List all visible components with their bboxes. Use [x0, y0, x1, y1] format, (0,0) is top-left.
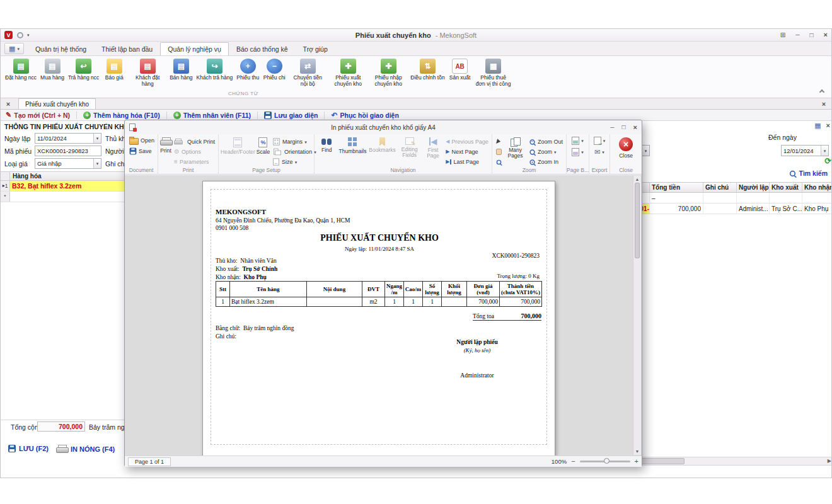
thumbnails-button[interactable]: Thumbnails — [338, 136, 367, 154]
dropdown-caret[interactable] — [642, 146, 649, 156]
scale-button[interactable]: Scale — [257, 136, 270, 155]
quick-access-caret-icon[interactable] — [27, 33, 30, 37]
last-page-button[interactable]: Last Page — [444, 158, 490, 166]
panel-close-icon[interactable] — [826, 122, 830, 129]
ribbon-ban-hang[interactable]: Bán hàng — [168, 58, 194, 82]
column-header-nguoi-lap[interactable]: Người lập — [737, 183, 770, 192]
tab-close-right-icon[interactable] — [819, 99, 829, 109]
ribbon-phieu-chi[interactable]: Phiếu chi — [261, 58, 287, 82]
column-header-kho-nhan[interactable]: Kho nhận — [802, 183, 831, 192]
dialog-close-icon[interactable] — [633, 124, 637, 131]
quick-print-button[interactable]: Quick Print — [173, 137, 216, 146]
dropdown-caret[interactable] — [93, 159, 101, 168]
date-created-input[interactable]: 11/01/2024 — [35, 133, 101, 144]
ribbon-khach-tra-hang[interactable]: Khách trả hàng — [195, 58, 235, 82]
creator-cell[interactable]: Administ... — [737, 203, 770, 214]
ribbon-tra-hang-ncc[interactable]: Trả hàng ncc — [66, 58, 101, 82]
fullscreen-icon[interactable] — [780, 32, 785, 38]
tab-quan-tri-he-thong[interactable]: Quản trị hệ thống — [28, 42, 94, 55]
scroll-right-icon[interactable] — [828, 459, 831, 464]
zoom-button[interactable]: Zoom — [528, 147, 564, 156]
document-tab-active[interactable]: Phiếu xuất chuyển kho — [18, 98, 96, 109]
open-button[interactable]: Open — [128, 136, 156, 145]
ribbon-phieu-nhap-chuyen-kho[interactable]: Phiếu nhập chuyển kho — [368, 58, 408, 88]
save-document-button[interactable]: Save — [128, 147, 153, 156]
dest-warehouse-cell[interactable]: Kho Phụ — [802, 203, 831, 214]
voucher-code-input[interactable]: XCK00001-290823 — [35, 146, 101, 156]
note-cell[interactable] — [703, 203, 737, 214]
add-employee-button[interactable]: Thêm nhân viên (F11) — [173, 112, 251, 119]
next-page-button[interactable]: Next Page — [444, 147, 490, 156]
ribbon-phieu-thue-don-vi-thi-cong[interactable]: Phiếu thuê đơn vị thi công — [473, 58, 514, 88]
source-warehouse-cell[interactable]: Trụ Sở C... — [770, 203, 802, 214]
dialog-minimize-icon[interactable] — [610, 124, 614, 131]
ribbon-dieu-chinh-ton[interactable]: Điều chỉnh tồn — [408, 58, 446, 82]
panel-menu-icon[interactable] — [814, 122, 821, 129]
create-new-button[interactable]: Tạo mới (Ctrl + N) — [6, 112, 70, 119]
refresh-icon[interactable] — [824, 157, 831, 165]
tab-tro-giup[interactable]: Trợ giúp — [296, 42, 335, 55]
to-date-select[interactable]: 12/01/2024 — [781, 145, 829, 156]
zoom-in-control-icon[interactable]: + — [635, 458, 638, 465]
filter-row[interactable]: – — [635, 193, 831, 203]
column-header-kho-xuat[interactable]: Kho xuất — [770, 183, 802, 192]
total-cell[interactable]: 700,000 — [650, 203, 703, 214]
tab-thiet-lap-ban-dau[interactable]: Thiết lập ban đầu — [94, 42, 160, 55]
tab-quan-ly-nghiep-vu[interactable]: Quản lý nghiệp vụ — [160, 42, 229, 55]
ribbon-khach-dat-hang[interactable]: Khách đặt hàng — [127, 58, 168, 88]
preview-scrollbar[interactable] — [633, 176, 641, 455]
filter-cell[interactable]: – — [650, 193, 703, 203]
tab-bao-cao-thong-ke[interactable]: Báo cáo thống kê — [229, 42, 296, 55]
bookmarks-button[interactable]: Bookmarks — [369, 136, 396, 153]
margins-button[interactable]: Margins — [271, 137, 318, 146]
first-page-button[interactable]: First Page — [423, 136, 444, 159]
close-preview-button[interactable]: Close — [612, 136, 640, 159]
scroll-up-icon[interactable] — [635, 177, 640, 181]
quick-access-icon[interactable] — [17, 32, 23, 38]
zoom-out-button[interactable]: Zoom Out — [528, 137, 564, 146]
watermark-button[interactable] — [570, 136, 585, 145]
magnifier-tool-button[interactable] — [494, 158, 504, 166]
ribbon-phieu-xuat-chuyen-kho[interactable]: Phiếu xuất chuyển kho — [328, 58, 368, 88]
page-color-button[interactable] — [570, 147, 585, 156]
header-footer-button[interactable]: Header/Footer — [221, 136, 255, 155]
ribbon-san-xuat[interactable]: Sản xuất — [447, 58, 473, 82]
pointer-tool-button[interactable] — [495, 137, 502, 146]
hand-tool-button[interactable] — [495, 147, 503, 156]
send-email-button[interactable] — [593, 147, 606, 156]
dropdown-caret[interactable] — [93, 134, 101, 143]
horizontal-scrollbar[interactable] — [635, 457, 831, 466]
scroll-thumb[interactable] — [640, 458, 685, 464]
menu-launcher-button[interactable] — [4, 43, 24, 54]
restore-icon[interactable] — [810, 32, 814, 38]
save-button[interactable]: LƯU (F2) — [8, 445, 49, 452]
minimize-icon[interactable] — [795, 32, 799, 38]
scroll-down-icon[interactable] — [635, 449, 640, 454]
orientation-button[interactable]: Orientation — [271, 147, 318, 156]
column-header-tong-tien[interactable]: Tổng tiền — [650, 183, 703, 192]
hot-print-button[interactable]: IN NÓNG (F4) — [56, 445, 115, 454]
zoom-slider-knob[interactable] — [604, 458, 610, 464]
zoom-in-button[interactable]: Zoom In — [528, 158, 564, 166]
options-button[interactable]: Options — [173, 147, 216, 156]
voucher-row[interactable]: 001-... 700,000 Administ... Trụ Sở C... … — [635, 203, 831, 214]
parameters-button[interactable]: Parameters — [173, 158, 216, 166]
dialog-maximize-icon[interactable] — [622, 124, 626, 131]
tab-close-left-icon[interactable] — [3, 99, 13, 109]
size-button[interactable]: Size — [271, 158, 318, 166]
price-type-select[interactable]: Giá nhập — [35, 158, 101, 169]
search-button[interactable]: Tìm kiếm — [789, 169, 828, 177]
close-icon[interactable] — [824, 32, 828, 38]
ribbon-mua-hang[interactable]: Mua hàng — [38, 58, 66, 82]
zoom-slider[interactable] — [580, 461, 630, 462]
zoom-out-control-icon[interactable]: − — [571, 458, 575, 465]
ribbon-phieu-thu[interactable]: Phiếu thu — [234, 58, 261, 82]
add-item-button[interactable]: Thêm hàng hóa (F10) — [83, 112, 160, 119]
save-layout-button[interactable]: Lưu giao diện — [264, 112, 318, 119]
print-button[interactable]: Print — [160, 136, 171, 154]
app-logo-icon[interactable]: V — [4, 31, 13, 39]
column-header-ghi-chu[interactable]: Ghi chú — [703, 183, 737, 192]
editing-fields-button[interactable]: Editing Fields — [398, 136, 422, 158]
many-pages-button[interactable]: Many Pages — [504, 136, 526, 159]
ribbon-dat-hang-ncc[interactable]: Đặt hàng ncc — [3, 58, 38, 82]
